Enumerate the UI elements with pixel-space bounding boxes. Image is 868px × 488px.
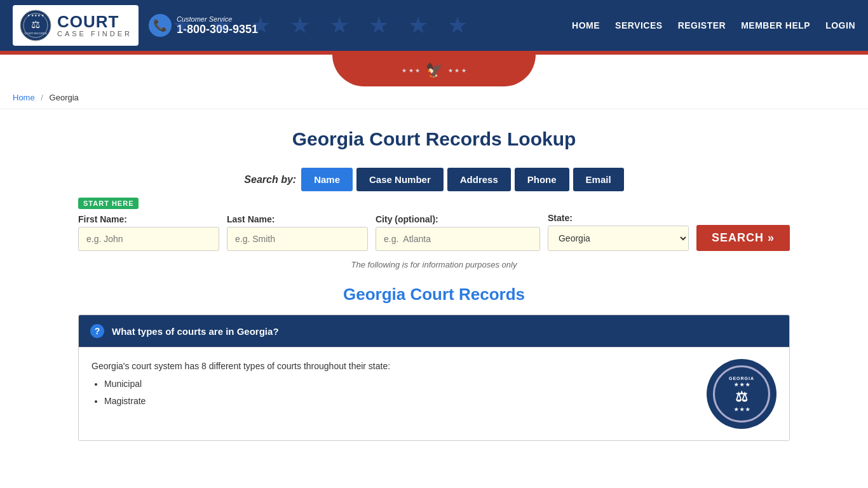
last-name-input[interactable] (227, 227, 368, 251)
last-name-field: Last Name: (227, 214, 368, 251)
search-form-row: First Name: Last Name: City (optional): … (78, 213, 790, 251)
faq-question-text: What types of courts are in Georgia? (112, 326, 279, 337)
search-section: Search by: Name Case Number Address Phon… (78, 168, 790, 269)
start-here-badge: START HERE (78, 198, 139, 209)
state-field: State: Georgia Alabama Alaska Arizona Fl… (548, 213, 689, 251)
georgia-seal: GEORGIA ★★★ ⚖ ★★★ (707, 359, 776, 429)
faq-body: Georgia's court system has 8 different t… (79, 347, 789, 440)
bg-star: ★ (369, 12, 389, 39)
logo-case-finder-label: CASE FINDER (57, 30, 132, 37)
logo-court-label: COURT (57, 13, 119, 30)
state-label: State: (548, 213, 689, 223)
logo-text: COURT CASE FINDER (57, 13, 132, 37)
section-title: Georgia Court Records (78, 285, 790, 304)
eagle-container: ★ ★ ★ 🦅 ★ ★ ★ (0, 55, 868, 86)
page-title: Georgia Court Records Lookup (78, 128, 790, 150)
search-form-container: START HERE First Name: Last Name: City (… (78, 198, 790, 251)
eagle-arch: ★ ★ ★ 🦅 ★ ★ ★ (332, 55, 536, 86)
site-header: ★ ★ ★ ★ ★ ★ ★ ★ ★ ★ ★ ★ ★ ⚖ COURT RECORD… (0, 0, 868, 51)
faq-list: Municipal Magistrate (104, 377, 694, 408)
tab-name[interactable]: Name (301, 168, 353, 191)
svg-text:★ ★ ★ ★ ★: ★ ★ ★ ★ ★ (27, 13, 44, 17)
tab-email[interactable]: Email (573, 168, 624, 191)
faq-question-icon: ? (90, 324, 104, 338)
info-note: The following is for information purpose… (78, 260, 790, 269)
tab-address[interactable]: Address (447, 168, 511, 191)
search-button[interactable]: SEARCH » (696, 225, 790, 251)
site-logo[interactable]: ★ ★ ★ ★ ★ ⚖ COURT RECORDS COURT CASE FIN… (13, 5, 139, 46)
list-item: Magistrate (104, 394, 694, 408)
bg-star: ★ (290, 12, 310, 39)
city-field: City (optional): (376, 214, 540, 251)
bg-star: ★ (211, 12, 231, 39)
seal-scales-icon: ⚖ (735, 389, 748, 405)
faq-item: ? What types of courts are in Georgia? G… (78, 315, 790, 441)
bg-star: ★ (172, 12, 192, 39)
first-name-input[interactable] (78, 227, 219, 251)
bg-star: ★ (447, 12, 468, 39)
breadcrumb-home[interactable]: Home (13, 93, 35, 102)
state-select[interactable]: Georgia Alabama Alaska Arizona Florida C… (548, 226, 689, 251)
bg-star: ★ (329, 12, 349, 39)
search-tabs: Name Case Number Address Phone Email (301, 168, 623, 191)
seal-text-top: GEORGIA (729, 376, 754, 381)
eagle-icon: 🦅 (426, 62, 443, 79)
city-label: City (optional): (376, 214, 540, 224)
georgia-seal-inner: GEORGIA ★★★ ⚖ ★★★ (713, 365, 770, 423)
first-name-field: First Name: (78, 214, 219, 251)
breadcrumb-separator: / (41, 93, 43, 102)
svg-text:COURT RECORDS: COURT RECORDS (24, 32, 47, 35)
eagle-inner: ★ ★ ★ 🦅 ★ ★ ★ (402, 62, 466, 79)
breadcrumb-current: Georgia (50, 93, 79, 102)
faq-body-text: Georgia's court system has 8 different t… (92, 359, 694, 410)
breadcrumb: Home / Georgia (0, 86, 868, 109)
seal-stars-bottom: ★★★ (734, 407, 750, 412)
list-item: Municipal (104, 377, 694, 391)
faq-header[interactable]: ? What types of courts are in Georgia? (79, 315, 789, 347)
faq-intro: Georgia's court system has 8 different t… (92, 359, 694, 373)
stars-right: ★ ★ ★ (448, 67, 466, 74)
main-content: Georgia Court Records Lookup Search by: … (53, 109, 815, 454)
stars-left: ★ ★ ★ (402, 67, 420, 74)
bg-star: ★ (408, 12, 428, 39)
search-by-row: Search by: Name Case Number Address Phon… (78, 168, 790, 191)
first-name-label: First Name: (78, 214, 219, 224)
seal-stars: ★★★ (734, 382, 750, 388)
city-input[interactable] (376, 227, 540, 251)
bg-star: ★ (250, 12, 271, 39)
svg-text:⚖: ⚖ (31, 19, 40, 30)
logo-seal-icon: ★ ★ ★ ★ ★ ⚖ COURT RECORDS (19, 9, 52, 42)
search-by-label: Search by: (244, 174, 296, 186)
tab-case-number[interactable]: Case Number (356, 168, 444, 191)
last-name-label: Last Name: (227, 214, 368, 224)
tab-phone[interactable]: Phone (515, 168, 569, 191)
header-bg-stars: ★ ★ ★ ★ ★ ★ ★ ★ (159, 0, 868, 51)
